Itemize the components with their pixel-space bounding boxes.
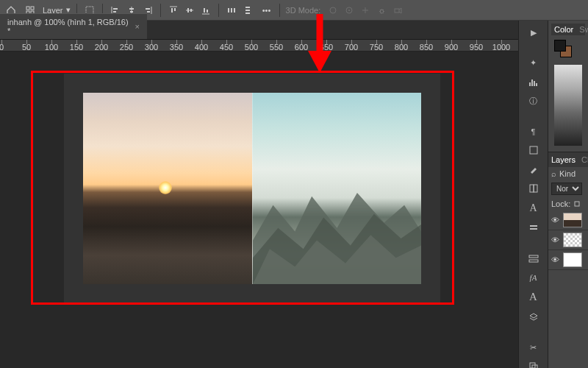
layer-thumbnail — [563, 252, 582, 267]
sparkle-icon[interactable]: ✦ — [526, 58, 541, 68]
svg-rect-4 — [86, 7, 93, 14]
svg-rect-28 — [245, 13, 250, 14]
svg-rect-42 — [530, 146, 537, 154]
annotation-arrow — [298, 10, 342, 78]
swatches-tab[interactable]: Sw — [579, 25, 588, 34]
visibility-icon[interactable]: 👁 — [551, 236, 560, 244]
close-icon[interactable]: × — [135, 22, 140, 31]
align-top-icon[interactable] — [167, 4, 180, 17]
info-icon[interactable]: ⓘ — [526, 96, 541, 107]
svg-rect-44 — [534, 185, 537, 192]
svg-rect-0 — [26, 7, 29, 10]
layers-icon[interactable] — [526, 312, 541, 322]
tab-title: inhanh @ 100% (hình 1, RGB/16) * — [7, 18, 129, 35]
document-tab[interactable]: inhanh @ 100% (hình 1, RGB/16) * × — [0, 13, 147, 39]
pan-icon — [343, 4, 356, 17]
svg-rect-25 — [234, 8, 235, 13]
svg-rect-13 — [147, 11, 150, 13]
distribute-h-icon[interactable] — [225, 4, 238, 17]
svg-rect-18 — [187, 8, 189, 13]
character-icon[interactable] — [526, 145, 541, 155]
brush-icon[interactable] — [526, 164, 541, 174]
svg-rect-38 — [529, 82, 531, 86]
lock-icon[interactable] — [573, 199, 581, 208]
svg-rect-48 — [529, 260, 538, 262]
align-v-group — [167, 4, 212, 17]
svg-rect-26 — [245, 7, 250, 8]
styles-icon[interactable] — [526, 223, 541, 233]
clone-icon[interactable] — [526, 361, 541, 368]
layers-tab[interactable]: Layers — [551, 155, 576, 164]
svg-rect-22 — [207, 10, 208, 13]
svg-rect-41 — [536, 83, 537, 86]
svg-rect-32 — [395, 9, 399, 13]
svg-rect-6 — [113, 8, 118, 10]
svg-rect-40 — [534, 81, 535, 86]
svg-rect-10 — [130, 11, 133, 13]
svg-rect-7 — [113, 11, 116, 13]
light-icon: ☼ — [375, 4, 388, 17]
search-icon[interactable]: ⌕ — [551, 169, 556, 178]
layer-thumbnail — [563, 213, 582, 227]
play-icon[interactable]: ▶ — [526, 28, 541, 38]
svg-rect-23 — [228, 8, 229, 13]
adjustments-icon[interactable] — [526, 254, 541, 264]
swatches-icon[interactable] — [526, 183, 541, 194]
lock-label: Lock: — [551, 199, 570, 208]
layer-row[interactable]: 👁 — [548, 250, 588, 270]
camera-icon — [391, 4, 404, 17]
type-panel-icon[interactable]: A — [526, 291, 541, 303]
fg-color[interactable] — [554, 40, 566, 52]
layer-thumbnail — [563, 233, 582, 247]
svg-rect-45 — [530, 225, 537, 227]
slide-icon — [359, 4, 372, 17]
color-swatches — [551, 35, 585, 62]
layers-panel: Layers Ch ⌕ Kind Normal Lock: 👁 👁 👁 — [548, 152, 588, 270]
svg-rect-47 — [529, 255, 538, 258]
svg-rect-51 — [575, 202, 579, 206]
annotation-box — [31, 71, 454, 305]
document-tabs: inhanh @ 100% (hình 1, RGB/16) * × — [0, 21, 588, 40]
distribute-group — [225, 4, 254, 17]
svg-point-31 — [348, 10, 350, 11]
canvas-area — [0, 52, 518, 368]
svg-rect-39 — [531, 79, 533, 86]
align-bottom-icon[interactable] — [199, 4, 212, 17]
svg-marker-37 — [308, 51, 331, 73]
type-icon[interactable]: A — [526, 202, 541, 214]
color-picker[interactable] — [554, 65, 582, 146]
layer-row[interactable]: 👁 — [548, 230, 588, 250]
visibility-icon[interactable]: 👁 — [551, 255, 560, 264]
align-middle-icon[interactable] — [183, 4, 196, 17]
svg-rect-1 — [31, 7, 34, 10]
svg-rect-21 — [204, 8, 205, 13]
svg-rect-12 — [146, 8, 150, 10]
svg-rect-46 — [530, 228, 537, 230]
blend-mode-dropdown[interactable]: Normal — [551, 183, 582, 195]
layer-row[interactable]: 👁 — [548, 210, 588, 230]
histogram-icon[interactable] — [526, 77, 541, 87]
paragraph-icon[interactable]: ¶ — [526, 127, 541, 136]
svg-rect-15 — [171, 8, 173, 13]
svg-rect-19 — [190, 9, 192, 12]
svg-rect-43 — [530, 185, 534, 192]
right-panels: Color Sw Layers Ch ⌕ Kind Normal Lock: 👁 — [548, 21, 588, 368]
more-options-icon[interactable]: ••• — [260, 4, 273, 17]
color-tab[interactable]: Color — [554, 25, 573, 34]
scissors-icon[interactable]: ✂ — [526, 343, 541, 353]
kind-label: Kind — [559, 169, 576, 178]
svg-rect-24 — [231, 8, 232, 13]
channels-tab[interactable]: Ch — [581, 155, 588, 164]
distribute-v-icon[interactable] — [241, 4, 254, 17]
glyphs-icon[interactable]: fA — [526, 273, 541, 282]
color-panel: Color Sw — [548, 21, 588, 152]
visibility-icon[interactable]: 👁 — [551, 216, 560, 224]
svg-rect-16 — [174, 8, 176, 11]
horizontal-ruler: 0501001502002503003504004505005506006507… — [0, 40, 588, 52]
svg-rect-27 — [245, 10, 250, 11]
svg-rect-9 — [129, 8, 134, 10]
collapsed-panels: ▶ ✦ ⓘ ¶ A fA A ✂ — [518, 21, 548, 368]
